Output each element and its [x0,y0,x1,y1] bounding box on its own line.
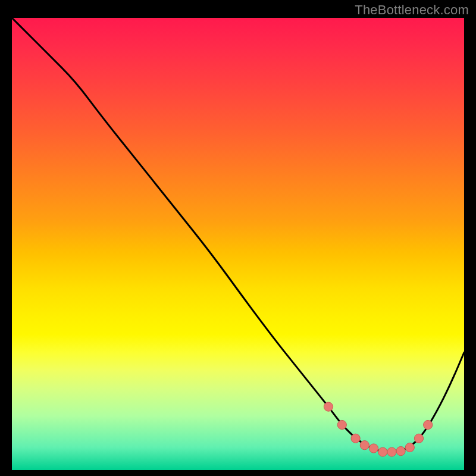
curve-layer [12,18,464,470]
curve-marker [337,420,346,429]
curve-marker [369,444,378,453]
curve-marker [360,441,369,450]
curve-marker [424,420,433,429]
curve-marker [387,447,396,456]
bottleneck-curve [12,18,464,452]
curve-marker [414,434,423,443]
marker-group [324,402,432,456]
curve-marker [378,447,387,456]
curve-marker [405,443,414,452]
attribution-label: TheBottleneck.com [355,2,469,18]
plot-area [12,18,464,470]
curve-marker [396,446,405,455]
chart-frame: TheBottleneck.com [0,0,476,476]
curve-marker [351,434,360,443]
curve-marker [324,402,333,411]
